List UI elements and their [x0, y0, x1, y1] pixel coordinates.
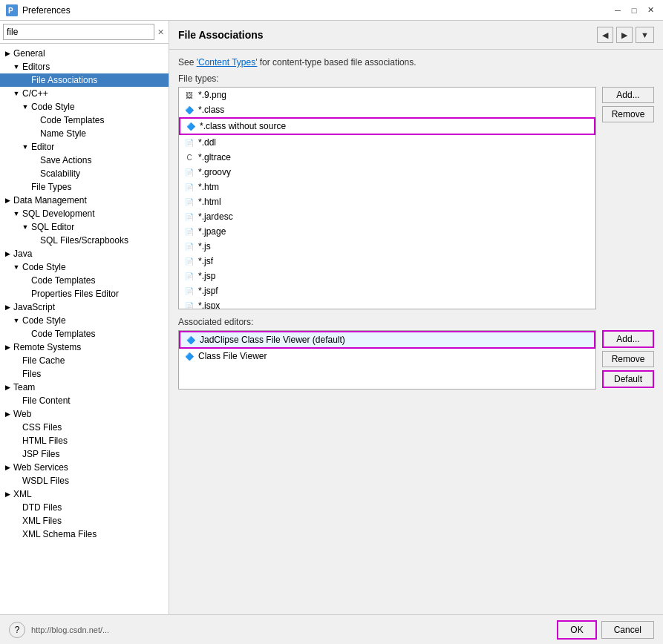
- file-type-item[interactable]: 🖼*.9.png: [179, 88, 595, 102]
- file-type-item[interactable]: 📄*.jspx: [179, 298, 595, 309]
- file-type-icon: 📄: [183, 255, 195, 267]
- remove-editor-button[interactable]: Remove: [602, 351, 654, 367]
- file-type-label: *.jsf: [198, 256, 213, 266]
- search-input[interactable]: [3, 24, 154, 40]
- file-type-item[interactable]: 📄*.ddl: [179, 135, 595, 150]
- default-editor-button[interactable]: Default: [602, 370, 654, 388]
- header-actions: ◀ ▶ ▼: [597, 27, 654, 43]
- tree-chevron: ▶: [3, 384, 12, 391]
- file-type-item[interactable]: 🔷*.class without source: [179, 117, 595, 135]
- tree-item-label: File Associations: [31, 75, 97, 85]
- file-type-item[interactable]: 📄*.js: [179, 239, 595, 254]
- minimize-button[interactable]: ─: [611, 4, 624, 17]
- tree-item-html-files[interactable]: HTML Files: [0, 434, 169, 447]
- tree-item-file-cache[interactable]: File Cache: [0, 354, 169, 367]
- tree-item-editors[interactable]: ▼Editors: [0, 60, 169, 73]
- assoc-editors-list[interactable]: 🔷JadClipse Class File Viewer (default)🔷C…: [178, 330, 596, 390]
- file-type-icon: 📄: [183, 181, 195, 193]
- tree-item-wsdl-files[interactable]: WSDL Files: [0, 474, 169, 487]
- tree-item-web-services[interactable]: ▶Web Services: [0, 461, 169, 474]
- remove-filetype-button[interactable]: Remove: [602, 106, 654, 122]
- file-type-item[interactable]: 📄*.groovy: [179, 165, 595, 180]
- file-type-item[interactable]: 📄*.jspf: [179, 283, 595, 298]
- tree-item-team[interactable]: ▶Team: [0, 381, 169, 394]
- tree-item-xml-files[interactable]: XML Files: [0, 514, 169, 528]
- tree-item-properties-editor[interactable]: Properties Files Editor: [0, 287, 169, 300]
- tree-item-file-content[interactable]: File Content: [0, 394, 169, 407]
- file-type-icon: 🔷: [183, 104, 195, 116]
- tree-item-xml-schema[interactable]: XML Schema Files: [0, 528, 169, 541]
- tree-item-files[interactable]: Files: [0, 367, 169, 381]
- tree-item-remote-systems[interactable]: ▶Remote Systems: [0, 341, 169, 354]
- tree-item-save-actions[interactable]: Save Actions: [0, 154, 169, 167]
- tree-item-js-code-style[interactable]: ▼Code Style: [0, 314, 169, 327]
- assoc-editor-item[interactable]: 🔷JadClipse Class File Viewer (default): [179, 331, 595, 349]
- maximize-button[interactable]: □: [627, 4, 641, 17]
- file-type-item[interactable]: 📄*.jpage: [179, 224, 595, 239]
- tree-item-label: Code Templates: [40, 115, 105, 125]
- assoc-buttons: Add...RemoveDefault: [602, 330, 654, 390]
- tree-item-code-templates3[interactable]: Code Templates: [0, 327, 169, 341]
- tree-item-jsp-files[interactable]: JSP Files: [0, 447, 169, 461]
- cancel-button[interactable]: Cancel: [601, 621, 654, 639]
- file-type-item[interactable]: 📄*.jsp: [179, 269, 595, 283]
- expand-button[interactable]: ▼: [636, 27, 654, 43]
- file-type-label: *.js: [198, 241, 211, 252]
- search-clear-icon[interactable]: ✕: [156, 26, 166, 39]
- file-type-label: *.jspf: [198, 286, 218, 296]
- ok-button[interactable]: OK: [557, 620, 596, 640]
- tree-item-label: Web Services: [13, 462, 68, 473]
- tree-item-code-templates[interactable]: Code Templates: [0, 114, 169, 127]
- content-types-link[interactable]: 'Content Types': [197, 57, 258, 68]
- tree-item-file-types[interactable]: File Types: [0, 180, 169, 194]
- tree-item-java-code-style[interactable]: ▼Code Style: [0, 260, 169, 274]
- tree-item-label: DTD Files: [22, 502, 62, 513]
- tree-item-label: C/C++: [22, 88, 48, 99]
- tree-item-label: Data Management: [13, 195, 87, 206]
- file-type-item[interactable]: 📄*.htm: [179, 180, 595, 194]
- tree-item-label: SQL Editor: [31, 222, 74, 232]
- tree-item-data-management[interactable]: ▶Data Management: [0, 194, 169, 207]
- file-type-icon: 📄: [183, 211, 195, 223]
- file-type-item[interactable]: 📄*.html: [179, 194, 595, 209]
- forward-button[interactable]: ▶: [616, 27, 633, 43]
- tree-item-file-associations[interactable]: File Associations: [0, 73, 169, 87]
- tree-item-name-style[interactable]: Name Style: [0, 127, 169, 140]
- tree-item-code-templates2[interactable]: Code Templates: [0, 274, 169, 287]
- tree-item-sql-editor[interactable]: ▼SQL Editor: [0, 220, 169, 234]
- title-bar: P Preferences ─ □ ✕: [0, 0, 663, 21]
- tree-chevron: ▶: [3, 490, 12, 498]
- back-button[interactable]: ◀: [597, 27, 613, 43]
- tree-item-web[interactable]: ▶Web: [0, 407, 169, 421]
- close-button[interactable]: ✕: [644, 4, 657, 17]
- file-types-list[interactable]: 🖼*.9.png🔷*.class🔷*.class without source📄…: [178, 87, 596, 309]
- file-type-item[interactable]: 📄*.jsf: [179, 254, 595, 269]
- bottom-left: ? http://blog.csdn.net/...: [9, 622, 109, 638]
- tree-item-label: Code Templates: [31, 329, 96, 339]
- file-type-item[interactable]: 🔷*.class: [179, 102, 595, 117]
- tree-item-sql-files[interactable]: SQL Files/Scrapbooks: [0, 234, 169, 247]
- tree-item-label: Java: [13, 249, 32, 259]
- add-filetype-button[interactable]: Add...: [602, 87, 654, 103]
- svg-text:P: P: [8, 7, 13, 15]
- tree-item-sql-development[interactable]: ▼SQL Development: [0, 207, 169, 220]
- file-type-item[interactable]: 📄*.jardesc: [179, 209, 595, 224]
- tree-item-css-files[interactable]: CSS Files: [0, 421, 169, 434]
- help-button[interactable]: ?: [9, 622, 25, 638]
- tree-item-dtd-files[interactable]: DTD Files: [0, 501, 169, 514]
- file-type-label: *.jardesc: [198, 211, 233, 222]
- tree-item-general[interactable]: ▶General: [0, 47, 169, 60]
- assoc-editor-item[interactable]: 🔷Class File Viewer: [179, 349, 595, 364]
- tree-item-javascript[interactable]: ▶JavaScript: [0, 300, 169, 314]
- url-text: http://blog.csdn.net/...: [31, 625, 109, 634]
- tree-item-java[interactable]: ▶Java: [0, 247, 169, 260]
- tree-item-editor[interactable]: ▼Editor: [0, 140, 169, 154]
- add-editor-button[interactable]: Add...: [602, 330, 654, 348]
- tree-item-code-style[interactable]: ▼Code Style: [0, 100, 169, 114]
- tree-item-xml[interactable]: ▶XML: [0, 487, 169, 501]
- tree-item-scalability[interactable]: Scalability: [0, 167, 169, 180]
- file-type-item[interactable]: C*.gltrace: [179, 150, 595, 165]
- tree-item-label: HTML Files: [22, 436, 68, 446]
- window-controls: ─ □ ✕: [611, 4, 657, 17]
- tree-item-cpp[interactable]: ▼C/C++: [0, 87, 169, 100]
